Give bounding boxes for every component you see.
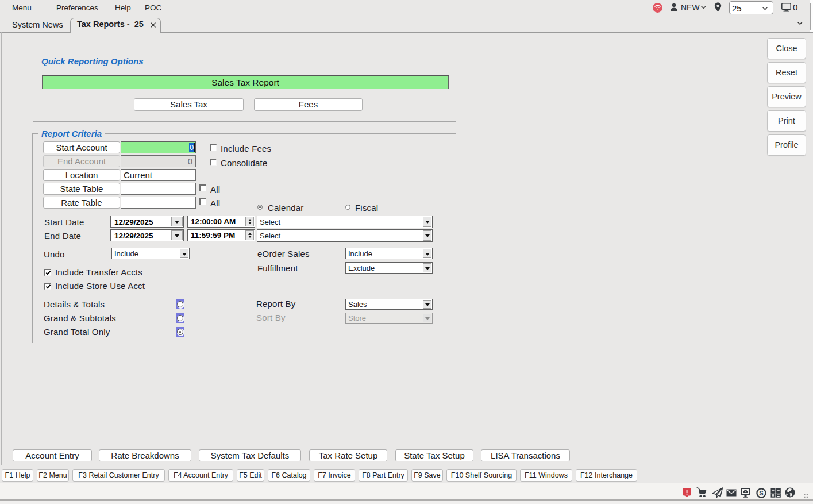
svg-text:S: S [759, 490, 763, 497]
